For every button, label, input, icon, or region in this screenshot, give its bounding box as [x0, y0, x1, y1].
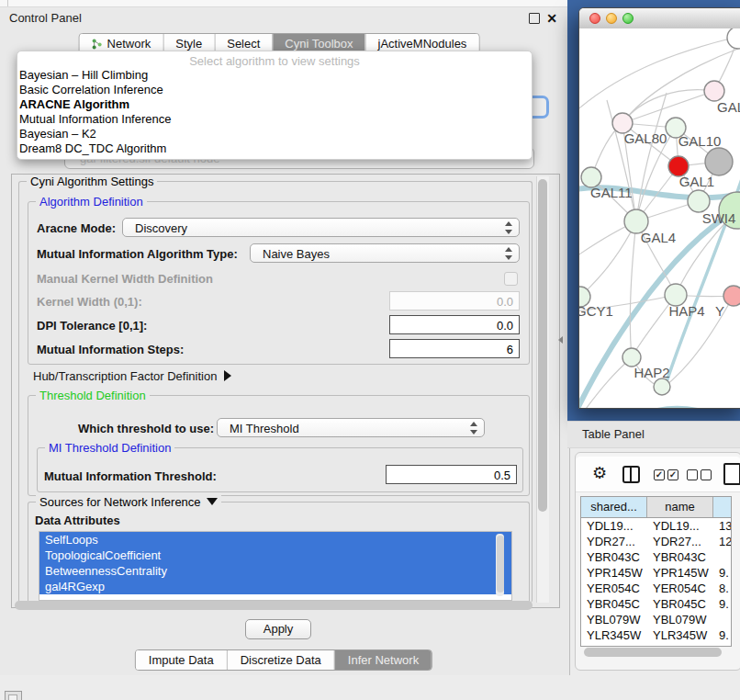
manual-kernel-checkbox[interactable] — [504, 272, 518, 286]
column-header-2[interactable] — [713, 497, 732, 517]
dropdown-item-mutual-information-inference[interactable]: Mutual Information Inference — [17, 112, 532, 127]
window-minimize-icon[interactable] — [606, 13, 617, 24]
table-row[interactable]: YBR045CYBR045C9. — [581, 596, 731, 612]
dropdown-item-bayesian-hill-climbing[interactable]: Bayesian – Hill Climbing — [17, 68, 532, 83]
table-cell — [713, 549, 732, 565]
scrollbar-thumb[interactable] — [584, 648, 722, 657]
attributes-list-scrollbar[interactable] — [496, 534, 504, 596]
network-node[interactable] — [654, 378, 670, 395]
float-panel-icon[interactable] — [529, 13, 540, 24]
network-labels: GALGAL80GAL10GAL11GAL1SWI4GAL4GCY1HAP4YH… — [579, 99, 740, 380]
network-node[interactable] — [723, 286, 740, 306]
dropdown-item-basic-correlation-inference[interactable]: Basic Correlation Inference — [17, 83, 532, 97]
tab-discretize-data[interactable]: Discretize Data — [227, 650, 334, 670]
table-row[interactable]: YDR27...YDR27...12 — [581, 534, 731, 549]
network-canvas[interactable]: GALGAL80GAL10GAL11GAL1SWI4GAL4GCY1HAP4YH… — [579, 28, 740, 408]
network-node[interactable] — [705, 148, 733, 175]
table-row[interactable]: YDL19...YDL19...13 — [581, 518, 731, 534]
splitter-collapse-icon[interactable] — [558, 336, 563, 344]
top-strip — [0, 0, 569, 7]
tab-impute-data[interactable]: Impute Data — [136, 650, 227, 670]
sources-group-title[interactable]: Sources for Network Inference — [36, 495, 221, 509]
settings-vertical-scrollbar[interactable] — [536, 176, 549, 603]
node-label: GAL — [717, 99, 740, 115]
table-row[interactable]: YPR145WYPR145W9. — [581, 565, 731, 581]
column-header-shared-[interactable]: shared... — [581, 497, 647, 517]
scrollbar-thumb[interactable] — [538, 179, 547, 512]
table-row[interactable]: YER054CYER054C8. — [581, 581, 731, 596]
settings-horizontal-scrollbar[interactable] — [15, 601, 533, 610]
dropdown-item-aracne-algorithm[interactable]: ARACNE Algorithm — [17, 97, 532, 112]
scrollbar-thumb[interactable] — [15, 601, 533, 610]
table-cell: YLR345W — [647, 627, 713, 643]
aracne-mode-select[interactable]: Discovery — [122, 218, 520, 237]
kernel-width-field[interactable]: 0.0 — [389, 291, 520, 310]
dpi-tolerance-field[interactable]: 0.0 — [389, 315, 520, 334]
table-row[interactable]: YLR345WYLR345W9. — [581, 627, 731, 643]
table-cell: 9. — [713, 565, 732, 581]
stepper-icon — [505, 247, 513, 260]
network-window-titlebar[interactable] — [579, 8, 740, 29]
network-node[interactable] — [727, 28, 740, 49]
table-cell: YPR145W — [647, 565, 713, 581]
control-panel-title: Control Panel — [9, 7, 82, 29]
deselect-all-icon[interactable] — [701, 469, 712, 480]
settings-gear-icon[interactable]: ⚙ — [592, 464, 607, 482]
node-label: GAL11 — [590, 185, 633, 200]
attribute-item-topologicalcoefficient[interactable]: TopologicalCoefficient — [39, 548, 511, 563]
network-svg: GALGAL80GAL10GAL11GAL1SWI4GAL4GCY1HAP4YH… — [579, 28, 740, 408]
mi-steps-field[interactable]: 6 — [389, 339, 520, 358]
network-node[interactable] — [622, 348, 641, 367]
dropdown-item-bayesian-k2[interactable]: Bayesian – K2 — [17, 127, 532, 141]
table-cell: 9. — [713, 596, 732, 612]
table-cell: YBR043C — [647, 549, 713, 565]
table-row[interactable]: YBL079WYBL079W — [581, 612, 731, 627]
dropdown-item-dream8-dc-tdc-algorithm[interactable]: Dream8 DC_TDC Algorithm — [17, 141, 532, 156]
function-builder-icon[interactable] — [723, 463, 740, 485]
apply-button[interactable]: Apply — [245, 619, 311, 639]
table-cell: YDR27... — [647, 534, 713, 549]
attribute-item-selfloops[interactable]: SelfLoops — [39, 532, 511, 548]
node-label: GAL80 — [624, 130, 667, 146]
table-cell: 13 — [713, 518, 732, 534]
column-chooser-icon[interactable] — [622, 466, 640, 483]
restore-panel-icon[interactable] — [5, 691, 22, 700]
mi-type-value: Naive Bayes — [263, 247, 330, 261]
which-threshold-value: MI Threshold — [230, 422, 299, 435]
table-cell — [713, 612, 732, 627]
column-header-name[interactable]: name — [647, 497, 713, 517]
select-all-check-icon[interactable]: ✓ — [667, 469, 678, 480]
table-cell: YIL052C — [647, 643, 713, 647]
deselect-all-icon[interactable] — [687, 469, 698, 480]
attribute-item-gal4rgexp[interactable]: gal4RGexp — [39, 579, 511, 594]
table-row[interactable]: YIL052CYIL052C9 — [581, 643, 731, 647]
table-horizontal-scrollbar[interactable] — [582, 648, 727, 657]
hub-definition-toggle[interactable]: Hub/Transcription Factor Definition — [33, 369, 231, 383]
scrollbar-thumb[interactable] — [497, 536, 504, 593]
network-node[interactable] — [688, 190, 710, 212]
algorithm-dropdown-popup: Select algorithm to view settings Bayesi… — [17, 51, 533, 160]
table-cell: YIL052C — [581, 643, 647, 647]
window-close-icon[interactable] — [589, 13, 600, 24]
attribute-item-betweennesscentrality[interactable]: BetweennessCentrality — [39, 563, 511, 579]
mi-threshold-field[interactable]: 0.5 — [386, 465, 517, 484]
table-cell: YBR043C — [581, 549, 647, 565]
close-panel-icon[interactable]: ✕ — [544, 9, 559, 28]
tab-infer-network[interactable]: Infer Network — [334, 650, 432, 670]
table-cell: YBL079W — [581, 612, 647, 627]
table-rows: YDL19...YDL19...13YDR27...YDR27...12YBR0… — [581, 518, 731, 647]
threshold-definition-title: Threshold Definition — [36, 389, 150, 402]
node-label: HAP2 — [633, 365, 669, 380]
table-cell: YLR345W — [581, 627, 647, 643]
network-node[interactable] — [704, 81, 724, 101]
mi-type-select[interactable]: Naive Bayes — [250, 243, 520, 263]
table-cell: YER054C — [647, 581, 713, 596]
window-zoom-icon[interactable] — [622, 13, 633, 24]
which-threshold-select[interactable]: MI Threshold — [217, 418, 485, 437]
dpi-tolerance-label: DPI Tolerance [0,1]: — [37, 319, 147, 333]
network-icon — [92, 39, 103, 50]
data-attributes-list[interactable]: SelfLoopsTopologicalCoefficientBetweenne… — [39, 531, 512, 601]
select-all-check-icon[interactable]: ✓ — [654, 469, 665, 480]
table-row[interactable]: YBR043CYBR043C — [581, 549, 731, 565]
bottom-tab-bar: Impute DataDiscretize DataInfer Network — [135, 649, 432, 671]
